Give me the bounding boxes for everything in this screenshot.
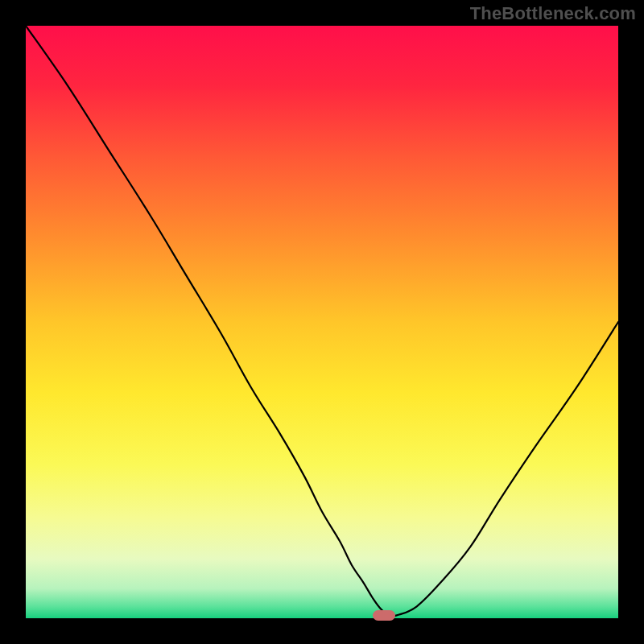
chart-frame: TheBottleneck.com (0, 0, 644, 644)
gradient-fill (26, 26, 618, 618)
plot-area (26, 26, 618, 618)
watermark-text: TheBottleneck.com (470, 3, 636, 24)
chart-svg (26, 26, 618, 618)
optimum-marker (373, 610, 395, 621)
